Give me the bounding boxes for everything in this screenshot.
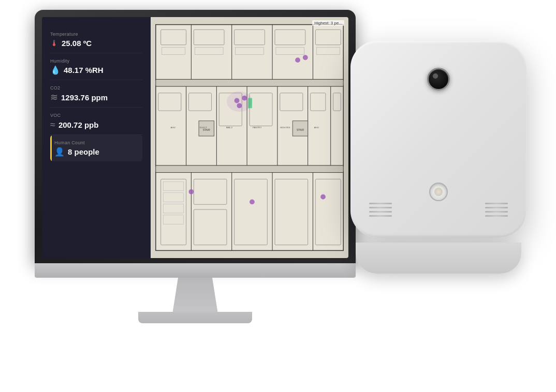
vent-line-8 <box>485 215 508 217</box>
imac: Temperature 🌡 25.08 ºC Humidity 💧 4 <box>19 10 371 351</box>
vent-left <box>369 203 392 217</box>
voc-label: VOC <box>50 113 142 118</box>
svg-text:ELECT: ELECT <box>200 126 207 129</box>
humidity-label: Humidity <box>50 58 142 64</box>
vent-right <box>485 203 508 217</box>
humidity-value-row: 💧 48.17 %RH <box>50 66 142 74</box>
svg-text:PANTRY: PANTRY <box>253 126 261 129</box>
svg-point-24 <box>303 55 308 60</box>
human-count-label: Human Count <box>54 140 138 145</box>
svg-rect-13 <box>156 172 343 251</box>
device-motion-sensor <box>429 183 448 201</box>
svg-point-66 <box>227 92 252 112</box>
device-camera-lens <box>427 68 450 91</box>
human-count-card: Human Count 👤 8 people <box>50 135 142 161</box>
screen-content: Temperature 🌡 25.08 ºC Humidity 💧 4 <box>42 17 348 258</box>
svg-text:HIGH RIS: HIGH RIS <box>280 126 290 129</box>
co2-value-row: ≋ 1293.76 ppm <box>50 93 142 102</box>
svg-text:AHU: AHU <box>170 126 175 129</box>
svg-point-27 <box>320 194 326 200</box>
co2-label: CO2 <box>50 85 142 91</box>
device-bottom-curve <box>356 243 521 274</box>
temperature-card: Temperature 🌡 25.08 ºC <box>50 26 142 53</box>
svg-rect-18 <box>156 79 343 86</box>
temperature-value: 25.08 ºC <box>62 39 92 48</box>
svg-point-23 <box>295 57 300 63</box>
metrics-panel: Temperature 🌡 25.08 ºC Humidity 💧 4 <box>42 17 151 258</box>
svg-rect-19 <box>156 165 343 173</box>
people-icon: 👤 <box>54 148 65 156</box>
vent-line-3 <box>369 211 392 213</box>
floor-plan-label: Highest: 3 pe... <box>312 20 344 26</box>
co2-card: CO2 ≋ 1293.76 ppm <box>50 80 142 108</box>
temperature-value-row: 🌡 25.08 ºC <box>50 39 142 48</box>
iot-device <box>350 41 537 258</box>
floor-plan-svg: STAIR STAIR <box>151 17 348 258</box>
temperature-label: Temperature <box>50 32 142 37</box>
vent-line-5 <box>485 203 508 204</box>
imac-screen-bezel: Temperature 🌡 25.08 ºC Humidity 💧 4 <box>42 17 348 258</box>
floor-plan-area: Highest: 3 pe... <box>151 17 348 258</box>
voc-value-row: ≈ 200.72 ppb <box>50 120 142 129</box>
device-body <box>350 41 526 237</box>
voc-value: 200.72 ppb <box>58 120 99 129</box>
temperature-icon: 🌡 <box>50 39 58 48</box>
vent-line-6 <box>485 207 508 208</box>
imac-stand-base <box>138 312 252 323</box>
vent-line-2 <box>369 207 392 208</box>
voc-icon: ≈ <box>50 120 55 129</box>
svg-text:MALU: MALU <box>226 126 232 129</box>
svg-rect-1 <box>156 25 343 81</box>
vent-line-1 <box>369 203 392 204</box>
humidity-value: 48.17 %RH <box>64 66 104 74</box>
svg-text:STAIR: STAIR <box>297 129 304 131</box>
human-count-value-row: 👤 8 people <box>54 147 138 156</box>
voc-card: VOC ≈ 200.72 ppb <box>50 108 142 135</box>
svg-text:STAIR: STAIR <box>203 129 210 131</box>
imac-chin <box>35 263 356 278</box>
human-count-value: 8 people <box>68 147 99 156</box>
svg-text:AHU: AHU <box>314 126 319 129</box>
humidity-icon: 💧 <box>50 66 61 74</box>
imac-screen-outer: Temperature 🌡 25.08 ºC Humidity 💧 4 <box>35 10 356 263</box>
co2-value: 1293.76 ppm <box>61 93 108 102</box>
humidity-card: Humidity 💧 48.17 %RH <box>50 53 142 80</box>
co2-icon: ≋ <box>50 93 58 102</box>
svg-point-25 <box>188 189 194 194</box>
vent-line-4 <box>369 215 392 217</box>
svg-point-26 <box>250 199 255 204</box>
vent-line-7 <box>485 211 508 213</box>
imac-stand-neck <box>167 278 224 314</box>
scene: Temperature 🌡 25.08 ºC Humidity 💧 4 <box>19 10 537 382</box>
